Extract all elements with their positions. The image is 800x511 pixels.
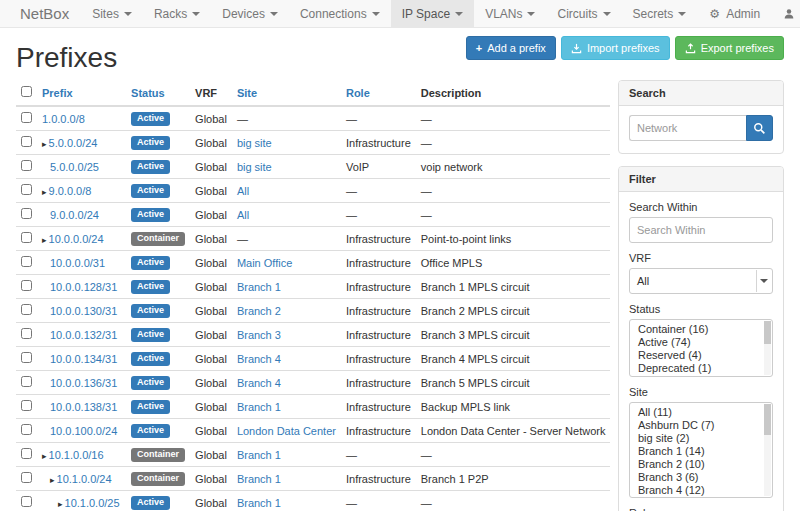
nav-item-racks[interactable]: Racks xyxy=(143,0,211,27)
site-link[interactable]: Branch 1 xyxy=(237,497,281,509)
vrf-cell: Global xyxy=(190,395,232,419)
site-link[interactable]: Branch 1 xyxy=(237,281,281,293)
site-link[interactable]: London Data Center xyxy=(237,425,336,437)
vrf-cell: Global xyxy=(190,443,232,467)
tree-indent xyxy=(42,338,50,339)
prefix-link[interactable]: 1.0.0.0/8 xyxy=(42,113,85,125)
nav-item-circuits[interactable]: Circuits xyxy=(546,0,621,27)
nav-item-admin[interactable]: ⚙Admin xyxy=(697,0,771,27)
site-link[interactable]: Branch 1 xyxy=(237,449,281,461)
description-cell: London Data Center - Server Network xyxy=(416,419,611,443)
site-link[interactable]: Branch 2 xyxy=(237,305,281,317)
description-cell: Office MPLS xyxy=(416,251,611,275)
nav-item-connections[interactable]: Connections xyxy=(289,0,391,27)
row-checkbox[interactable] xyxy=(21,400,32,411)
row-checkbox[interactable] xyxy=(21,352,32,363)
site-link[interactable]: Main Office xyxy=(237,257,292,269)
site-scrollbar[interactable] xyxy=(764,404,771,496)
row-checkbox[interactable] xyxy=(21,304,32,315)
status-scrollbar[interactable] xyxy=(764,321,771,375)
select-option[interactable]: big site (2) xyxy=(630,432,772,445)
row-checkbox[interactable] xyxy=(21,256,32,267)
column-header-prefix[interactable]: Prefix xyxy=(37,80,126,106)
site-link[interactable]: Branch 3 xyxy=(237,329,281,341)
select-option[interactable]: Ashburn DC (7) xyxy=(630,419,772,432)
row-checkbox[interactable] xyxy=(21,160,32,171)
column-header-status[interactable]: Status xyxy=(126,80,190,106)
prefix-link[interactable]: 5.0.0.0/25 xyxy=(50,161,99,173)
select-option[interactable]: Container (16) xyxy=(630,323,772,336)
column-header-site[interactable]: Site xyxy=(232,80,341,106)
vrf-select[interactable]: All xyxy=(629,268,773,294)
description-cell: Branch 1 MPLS circuit xyxy=(416,275,611,299)
row-checkbox[interactable] xyxy=(21,208,32,219)
site-link[interactable]: big site xyxy=(237,161,272,173)
nav-item-secrets[interactable]: Secrets xyxy=(622,0,698,27)
prefix-link[interactable]: 10.0.0.138/31 xyxy=(50,401,117,413)
row-checkbox[interactable] xyxy=(21,448,32,459)
export-prefixes-button[interactable]: Export prefixes xyxy=(675,36,784,60)
select-option[interactable]: Deprecated (1) xyxy=(630,362,772,375)
prefix-link[interactable]: 10.0.0.136/31 xyxy=(50,377,117,389)
description-cell: — xyxy=(416,106,611,131)
search-input[interactable] xyxy=(629,115,746,141)
site-link[interactable]: Branch 4 xyxy=(237,377,281,389)
prefix-link[interactable]: 10.1.0.0/24 xyxy=(57,473,112,485)
row-checkbox[interactable] xyxy=(21,328,32,339)
row-checkbox[interactable] xyxy=(21,112,32,123)
prefix-link[interactable]: 10.0.0.134/31 xyxy=(50,353,117,365)
row-checkbox[interactable] xyxy=(21,496,32,507)
prefix-link[interactable]: 10.0.0.128/31 xyxy=(50,281,117,293)
select-option[interactable]: Branch 1 (14) xyxy=(630,445,772,458)
prefix-link[interactable]: 10.1.0.0/16 xyxy=(49,449,104,461)
select-option[interactable]: Branch 5 (7) xyxy=(630,497,772,498)
table-row: 10.0.0.132/31ActiveGlobalBranch 3Infrast… xyxy=(16,323,610,347)
column-header-role[interactable]: Role xyxy=(341,80,416,106)
nav-item-vlans[interactable]: VLANs xyxy=(474,0,546,27)
table-row: ▸10.0.0.0/24ContainerGlobal—Infrastructu… xyxy=(16,227,610,251)
nav-item-sites[interactable]: Sites xyxy=(81,0,143,27)
row-checkbox[interactable] xyxy=(21,424,32,435)
table-row: ▸10.1.0.0/25ActiveGlobalBranch 1—— xyxy=(16,491,610,511)
site-link[interactable]: Branch 1 xyxy=(237,473,281,485)
prefix-link[interactable]: 10.0.0.0/24 xyxy=(49,233,104,245)
import-prefixes-button[interactable]: Import prefixes xyxy=(561,36,670,60)
row-checkbox[interactable] xyxy=(21,280,32,291)
select-option[interactable]: Reserved (4) xyxy=(630,349,772,362)
nav-item-devices[interactable]: Devices xyxy=(211,0,289,27)
site-link[interactable]: Branch 1 xyxy=(237,401,281,413)
prefix-link[interactable]: 10.0.0.0/31 xyxy=(50,257,105,269)
row-checkbox[interactable] xyxy=(21,472,32,483)
prefix-link[interactable]: 10.0.0.132/31 xyxy=(50,329,117,341)
nav-item-ip-space[interactable]: IP Space xyxy=(391,0,474,27)
select-option[interactable]: Branch 3 (6) xyxy=(630,471,772,484)
search-button[interactable] xyxy=(746,115,773,141)
select-option[interactable]: All (11) xyxy=(630,406,772,419)
site-link[interactable]: big site xyxy=(237,137,272,149)
row-checkbox[interactable] xyxy=(21,136,32,147)
brand-logo[interactable]: NetBox xyxy=(8,0,81,27)
prefix-link[interactable]: 10.0.0.130/31 xyxy=(50,305,117,317)
description-cell: Branch 1 P2P xyxy=(416,467,611,491)
site-link[interactable]: Branch 4 xyxy=(237,353,281,365)
row-checkbox[interactable] xyxy=(21,232,32,243)
select-option[interactable]: Active (74) xyxy=(630,336,772,349)
status-badge: Container xyxy=(131,472,185,486)
row-checkbox[interactable] xyxy=(21,184,32,195)
select-all-checkbox[interactable] xyxy=(21,86,32,97)
nav-item-profile[interactable]: Profile xyxy=(771,0,800,27)
select-option[interactable]: Branch 4 (12) xyxy=(630,484,772,497)
row-checkbox[interactable] xyxy=(21,376,32,387)
add-a-prefix-button[interactable]: +Add a prefix xyxy=(466,36,556,60)
site-link[interactable]: All xyxy=(237,185,249,197)
site-listbox[interactable]: All (11)Ashburn DC (7)big site (2)Branch… xyxy=(629,402,773,498)
prefix-link[interactable]: 10.1.0.0/25 xyxy=(65,497,120,509)
prefix-link[interactable]: 5.0.0.0/24 xyxy=(49,137,98,149)
search-within-input[interactable] xyxy=(629,217,773,243)
status-listbox[interactable]: Container (16)Active (74)Reserved (4)Dep… xyxy=(629,319,773,377)
prefix-link[interactable]: 10.0.100.0/24 xyxy=(50,425,117,437)
site-link[interactable]: All xyxy=(237,209,249,221)
prefix-link[interactable]: 9.0.0.0/8 xyxy=(49,185,92,197)
select-option[interactable]: Branch 2 (10) xyxy=(630,458,772,471)
prefix-link[interactable]: 9.0.0.0/24 xyxy=(50,209,99,221)
